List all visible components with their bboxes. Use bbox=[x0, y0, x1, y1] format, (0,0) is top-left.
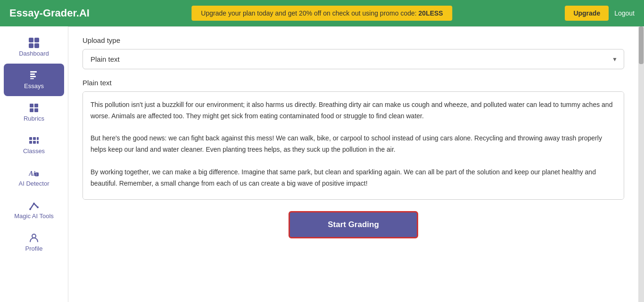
svg-line-17 bbox=[30, 204, 34, 209]
svg-rect-7 bbox=[34, 108, 38, 112]
promo-banner: Upgrade your plan today and get 20% off … bbox=[191, 6, 452, 21]
svg-rect-6 bbox=[30, 108, 33, 112]
sidebar-item-profile[interactable]: Profile bbox=[0, 226, 68, 259]
svg-rect-12 bbox=[37, 137, 39, 140]
sidebar-item-label-ai-detector: AI Detector bbox=[18, 180, 49, 187]
logo: Essay-Grader.AI bbox=[9, 7, 90, 19]
svg-rect-3 bbox=[30, 78, 34, 79]
essay-textarea[interactable] bbox=[83, 92, 624, 199]
sidebar-item-essays[interactable]: Essays bbox=[4, 64, 64, 96]
svg-rect-4 bbox=[30, 104, 33, 107]
svg-rect-2 bbox=[30, 76, 36, 77]
svg-text:Ai: Ai bbox=[29, 170, 35, 177]
upgrade-button[interactable]: Upgrade bbox=[565, 6, 609, 21]
svg-point-22 bbox=[32, 234, 36, 238]
profile-icon bbox=[29, 233, 39, 243]
sidebar-item-classes[interactable]: Classes bbox=[0, 129, 68, 161]
sidebar-item-label-classes: Classes bbox=[23, 147, 45, 155]
sidebar-item-label-essays: Essays bbox=[24, 82, 44, 90]
sidebar: Dashboard Essays bbox=[0, 26, 68, 302]
sidebar-item-magic-ai-tools[interactable]: Magic AI Tools bbox=[0, 194, 68, 226]
svg-rect-8 bbox=[29, 137, 32, 140]
logout-button[interactable]: Logout bbox=[614, 9, 635, 17]
sidebar-item-rubrics[interactable]: Rubrics bbox=[0, 96, 68, 129]
magic-ai-icon bbox=[29, 200, 39, 211]
sidebar-item-dashboard[interactable]: Dashboard bbox=[0, 31, 68, 64]
svg-rect-1 bbox=[30, 73, 35, 75]
page-scrollbar[interactable] bbox=[638, 26, 644, 302]
essay-text-area-wrapper bbox=[83, 91, 624, 200]
ai-detector-icon: Ai ↑ bbox=[29, 168, 39, 178]
svg-rect-11 bbox=[33, 141, 36, 144]
header: Essay-Grader.AI Upgrade your plan today … bbox=[0, 0, 644, 26]
scrollbar-thumb bbox=[639, 26, 644, 64]
svg-rect-13 bbox=[37, 141, 39, 144]
svg-point-20 bbox=[33, 203, 35, 204]
header-actions: Upgrade Logout bbox=[565, 6, 635, 21]
svg-text:↑: ↑ bbox=[35, 172, 37, 177]
svg-rect-5 bbox=[34, 104, 38, 107]
upload-type-select[interactable]: Plain text File upload Google Doc bbox=[83, 49, 624, 69]
sidebar-item-label-dashboard: Dashboard bbox=[19, 50, 49, 57]
upload-type-label: Upload type bbox=[83, 36, 624, 44]
upload-type-wrapper: Plain text File upload Google Doc ▼ bbox=[83, 49, 624, 69]
content-area: Upload type Plain text File upload Googl… bbox=[68, 26, 638, 302]
essays-icon bbox=[29, 70, 39, 81]
start-grading-wrapper: Start Grading bbox=[83, 211, 624, 238]
start-grading-button[interactable]: Start Grading bbox=[289, 211, 418, 238]
svg-point-19 bbox=[29, 208, 31, 210]
rubrics-icon bbox=[29, 103, 39, 113]
sidebar-item-ai-detector[interactable]: Ai ↑ AI Detector bbox=[0, 161, 68, 194]
plain-text-label: Plain text bbox=[83, 79, 624, 87]
promo-text: Upgrade your plan today and get 20% off … bbox=[201, 9, 418, 17]
svg-rect-0 bbox=[30, 71, 37, 73]
main-layout: Dashboard Essays bbox=[0, 26, 644, 302]
dashboard-icon bbox=[29, 38, 39, 48]
sidebar-item-label-magic-ai-tools: Magic AI Tools bbox=[14, 212, 54, 220]
svg-point-21 bbox=[37, 206, 39, 208]
sidebar-item-label-rubrics: Rubrics bbox=[24, 115, 44, 122]
classes-icon bbox=[29, 135, 39, 146]
promo-code: 20LESS bbox=[419, 9, 443, 17]
svg-rect-9 bbox=[33, 137, 36, 140]
sidebar-item-label-profile: Profile bbox=[25, 245, 43, 252]
svg-rect-10 bbox=[29, 141, 32, 144]
